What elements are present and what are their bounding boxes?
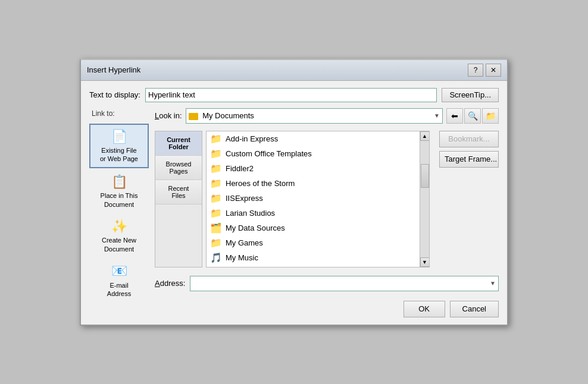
- look-in-wrapper: My Documents ▼: [186, 108, 443, 124]
- file-name: Fiddler2: [226, 164, 254, 173]
- folder-icon: 📁: [210, 148, 222, 159]
- look-in-row: Look in: My Documents ▼ ⬅: [155, 108, 499, 124]
- ok-button[interactable]: OK: [404, 301, 445, 317]
- shortcut-recent-files[interactable]: RecentFiles: [155, 180, 202, 204]
- search-web-icon: 🔍: [468, 111, 478, 121]
- look-in-value: My Documents: [189, 111, 254, 120]
- new-folder-button[interactable]: 📁: [482, 108, 499, 124]
- file-browser-container: CurrentFolder BrowsedPages RecentFiles 📁…: [155, 131, 430, 267]
- folder-icon: 📁: [210, 178, 222, 189]
- insert-hyperlink-dialog: Insert Hyperlink ? ✕ Text to display: Sc…: [80, 59, 508, 326]
- scroll-up-arrow[interactable]: ▲: [420, 131, 430, 141]
- existing-file-icon: 📄: [111, 128, 127, 146]
- file-area: Look in: My Documents ▼ ⬅: [155, 108, 499, 317]
- close-button[interactable]: ✕: [486, 64, 501, 77]
- shortcut-current-folder[interactable]: CurrentFolder: [155, 131, 202, 156]
- toolbar-icons: ⬅ 🔍 📁: [446, 108, 499, 124]
- title-bar: Insert Hyperlink ? ✕: [81, 60, 507, 81]
- list-item[interactable]: 📁 Custom Office Templates: [207, 146, 429, 161]
- file-list-container: 📁 Add-in Express 📁 Custom Office Templat…: [206, 131, 430, 267]
- text-display-label: Text to display:: [89, 90, 140, 99]
- cancel-button[interactable]: Cancel: [450, 301, 499, 317]
- dialog-title: Insert Hyperlink: [87, 65, 140, 74]
- nav-item-create-label: Create NewDocument: [102, 236, 136, 253]
- file-name: IISExpress: [226, 194, 263, 203]
- title-bar-buttons: ? ✕: [468, 64, 501, 77]
- back-icon: ⬅: [451, 111, 458, 121]
- address-input[interactable]: [193, 276, 490, 291]
- text-display-input[interactable]: [145, 88, 437, 102]
- list-item[interactable]: 📁 Fiddler2: [207, 161, 429, 176]
- search-web-button[interactable]: 🔍: [464, 108, 481, 124]
- scrollbar[interactable]: ▲ ▼: [420, 131, 429, 267]
- list-item[interactable]: 🎵 My Music: [207, 250, 429, 265]
- file-name: Custom Office Templates: [226, 149, 312, 158]
- folder-icon: 📁: [210, 163, 222, 174]
- file-list: 📁 Add-in Express 📁 Custom Office Templat…: [207, 131, 429, 267]
- file-name: My Games: [226, 238, 263, 247]
- scroll-down-arrow[interactable]: ▼: [420, 257, 430, 267]
- file-name: My Music: [226, 253, 258, 262]
- back-button[interactable]: ⬅: [446, 108, 463, 124]
- text-display-row: Text to display: ScreenTip...: [89, 88, 499, 102]
- address-label: Address:: [155, 279, 185, 288]
- folder-icon: 📁: [210, 133, 222, 144]
- list-item[interactable]: 📁 Larian Studios: [207, 206, 429, 221]
- folder-icon: 📁: [210, 237, 222, 248]
- dialog-body: Text to display: ScreenTip... Link to: 📄…: [81, 81, 507, 325]
- shortcut-browsed-pages[interactable]: BrowsedPages: [155, 156, 202, 180]
- nav-item-existing[interactable]: 📄 Existing Fileor Web Page: [89, 124, 149, 168]
- address-input-wrapper: ▼: [190, 276, 499, 291]
- scrollbar-thumb[interactable]: [421, 164, 429, 188]
- bottom-buttons: OK Cancel: [155, 301, 499, 317]
- file-name: My Data Sources: [226, 224, 285, 232]
- list-item[interactable]: 📁 My Games: [207, 235, 429, 250]
- list-item[interactable]: 🗂️ My Data Sources: [207, 221, 429, 235]
- screentip-button[interactable]: ScreenTip...: [442, 88, 499, 102]
- look-in-label: Look in:: [155, 111, 182, 120]
- new-folder-icon: 📁: [486, 111, 496, 121]
- nav-item-place[interactable]: 📋 Place in ThisDocument: [89, 169, 149, 213]
- nav-item-email-label: E-mailAddress: [107, 281, 131, 298]
- file-name: Larian Studios: [226, 209, 275, 218]
- list-item[interactable]: 📁 IISExpress: [207, 191, 429, 206]
- folder-icon: 📁: [210, 207, 222, 219]
- nav-item-email[interactable]: 📧 E-mailAddress: [89, 259, 149, 302]
- nav-item-existing-label: Existing Fileor Web Page: [100, 146, 138, 163]
- file-name: Add-in Express: [226, 134, 278, 143]
- browser-and-buttons: CurrentFolder BrowsedPages RecentFiles 📁…: [155, 131, 499, 267]
- email-icon: 📧: [111, 263, 127, 280]
- look-in-display[interactable]: My Documents ▼: [186, 108, 443, 124]
- look-in-dropdown-arrow: ▼: [434, 112, 440, 119]
- shortcut-panel: CurrentFolder BrowsedPages RecentFiles: [155, 131, 202, 267]
- list-item[interactable]: 📁 Heroes of the Storm: [207, 176, 429, 191]
- help-button[interactable]: ?: [468, 64, 483, 77]
- nav-item-create[interactable]: ✨ Create NewDocument: [89, 214, 149, 257]
- list-item[interactable]: 📁 Add-in Express: [207, 131, 429, 146]
- main-area: Link to: 📄 Existing Fileor Web Page 📋 Pl…: [89, 108, 499, 317]
- link-to-label: Link to:: [89, 108, 149, 119]
- file-name: Heroes of the Storm: [226, 179, 295, 188]
- link-to-nav: Link to: 📄 Existing Fileor Web Page 📋 Pl…: [89, 108, 149, 317]
- right-buttons: Bookmark... Target Frame...: [439, 131, 499, 267]
- scrollbar-track[interactable]: [420, 141, 429, 257]
- address-dropdown-arrow[interactable]: ▼: [490, 280, 496, 287]
- create-icon: ✨: [111, 218, 127, 235]
- folder-icon: 📁: [210, 193, 222, 204]
- bookmark-button[interactable]: Bookmark...: [439, 131, 499, 147]
- address-row: Address: ▼: [155, 276, 499, 291]
- special-folder-icon: 🎵: [210, 252, 222, 263]
- place-icon: 📋: [111, 174, 127, 191]
- nav-item-place-label: Place in ThisDocument: [101, 191, 138, 209]
- target-frame-button[interactable]: Target Frame...: [439, 151, 499, 168]
- special-folder-icon: 🗂️: [210, 222, 222, 234]
